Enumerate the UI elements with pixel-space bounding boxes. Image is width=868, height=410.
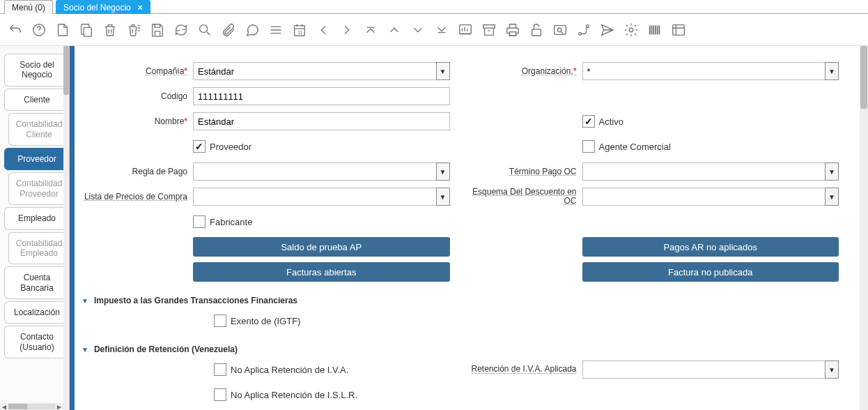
first-icon[interactable] <box>362 22 379 38</box>
twisty-icon[interactable]: ▼ <box>82 346 88 354</box>
label-organizacion: Organización.* <box>471 66 582 76</box>
checkbox-fabricante[interactable]: Fabricante <box>193 215 252 228</box>
report-icon[interactable] <box>457 22 474 38</box>
side-tab-socio[interactable]: Socio del Negocio <box>4 54 69 86</box>
field-organizacion[interactable]: ▼ <box>582 62 839 80</box>
workflow-icon[interactable] <box>575 22 592 38</box>
lock-icon[interactable] <box>528 22 545 38</box>
undo-icon[interactable] <box>7 22 24 38</box>
delete-lines-icon[interactable] <box>125 22 142 38</box>
side-scrollbar-v[interactable] <box>63 46 69 410</box>
search-icon[interactable] <box>196 22 213 38</box>
label-termino: Término Pago OC <box>471 167 582 176</box>
svg-rect-8 <box>532 29 541 36</box>
dropdown-icon[interactable]: ▼ <box>436 62 450 80</box>
side-tab-contacto[interactable]: Contacto (Usuario) <box>4 326 69 358</box>
prev-icon[interactable] <box>315 22 332 38</box>
twisty-icon[interactable]: ▼ <box>82 297 88 305</box>
svg-point-2 <box>200 24 208 32</box>
archive-icon[interactable] <box>481 22 497 38</box>
help-icon[interactable] <box>31 22 47 38</box>
label-lista: Lista de Precios de Compra <box>82 192 193 202</box>
print-icon[interactable] <box>504 22 521 38</box>
checkbox-exento-igtf[interactable]: Exento de (IGTF) <box>214 314 300 327</box>
checkbox-box[interactable] <box>214 314 226 327</box>
svg-rect-5 <box>460 24 472 33</box>
svg-rect-7 <box>509 31 516 36</box>
dropdown-icon[interactable]: ▼ <box>825 62 839 80</box>
side-tab-proveedor[interactable]: Proveedor <box>4 148 69 170</box>
checkbox-box[interactable] <box>193 215 206 228</box>
last-icon[interactable] <box>433 22 450 38</box>
dropdown-icon[interactable]: ▼ <box>825 188 839 206</box>
checkbox-label: No Aplica Retención de I.V.A. <box>231 365 348 375</box>
checkbox-box[interactable] <box>214 388 226 401</box>
tab-menu[interactable]: Menú (0) <box>4 0 53 14</box>
calendar-icon[interactable]: 31 <box>291 22 308 38</box>
checkbox-box[interactable] <box>582 115 595 128</box>
tab-socio-negocio[interactable]: Socio del Negocio × <box>56 0 150 14</box>
toggle-lines-icon[interactable] <box>268 22 284 38</box>
checkbox-label: Agente Comercial <box>599 142 671 152</box>
field-regla[interactable]: ▼ <box>193 162 450 181</box>
dropdown-icon[interactable]: ▼ <box>825 360 839 379</box>
close-icon[interactable]: × <box>138 3 143 13</box>
delete-icon[interactable] <box>102 22 118 38</box>
checkbox-box[interactable] <box>214 363 226 376</box>
side-tab-empleado[interactable]: Empleado <box>4 207 69 229</box>
svg-point-11 <box>579 32 582 35</box>
chat-icon[interactable] <box>244 22 261 38</box>
dropdown-icon[interactable]: ▼ <box>825 162 839 181</box>
button-factura-no-publicada[interactable]: Factura no publicada <box>582 262 839 282</box>
input-organizacion[interactable] <box>582 62 826 80</box>
field-lista[interactable]: ▼ <box>193 188 450 206</box>
barcode-icon[interactable] <box>646 22 663 38</box>
zoom-window-icon[interactable] <box>552 22 568 38</box>
field-ret-iva[interactable]: ▼ <box>582 360 839 379</box>
checkbox-proveedor[interactable]: Proveedor <box>193 140 251 153</box>
checkbox-no-islr[interactable]: No Aplica Retención de I.S.L.R. <box>214 388 357 401</box>
side-tab-cliente[interactable]: Cliente <box>4 89 69 111</box>
content-scrollbar[interactable] <box>860 46 868 410</box>
up-icon[interactable] <box>386 22 403 38</box>
down-icon[interactable] <box>410 22 426 38</box>
send-icon[interactable] <box>599 22 616 38</box>
side-tab-cont-cliente[interactable]: Contabilidad Cliente <box>8 113 69 146</box>
button-facturas-abiertas[interactable]: Facturas abiertas <box>193 262 450 282</box>
label-regla: Regla de Pago <box>82 167 193 176</box>
attachment-icon[interactable] <box>220 22 237 38</box>
dropdown-icon[interactable]: ▼ <box>436 162 450 181</box>
section-igtf[interactable]: ▼ Impuesto a las Grandes Transacciones F… <box>82 296 839 305</box>
side-tab-cuenta[interactable]: Cuenta Bancaria <box>4 266 69 299</box>
checkbox-box[interactable] <box>193 140 206 153</box>
section-retencion[interactable]: ▼ Definición de Retención (Venezuela) <box>82 344 839 354</box>
checkbox-agente[interactable]: Agente Comercial <box>582 140 671 153</box>
input-nombre[interactable] <box>193 112 450 130</box>
tab-active-label: Socio del Negocio <box>63 3 131 13</box>
checkbox-label: Exento de (IGTF) <box>231 316 300 326</box>
next-icon[interactable] <box>339 22 355 38</box>
checkbox-activo[interactable]: Activo <box>582 115 623 128</box>
input-compania[interactable] <box>193 62 436 80</box>
button-saldo-ap[interactable]: Saldo de prueba AP <box>193 237 450 257</box>
dropdown-icon[interactable]: ▼ <box>436 188 450 206</box>
section-label: Impuesto a las Grandes Transacciones Fin… <box>94 296 297 305</box>
svg-point-13 <box>629 28 633 32</box>
checkbox-no-iva[interactable]: No Aplica Retención de I.V.A. <box>214 363 348 376</box>
refresh-icon[interactable] <box>173 22 189 38</box>
preferences-icon[interactable] <box>623 22 640 38</box>
side-tab-cont-emp[interactable]: Contabilidad Empleado <box>8 232 69 265</box>
field-termino[interactable]: ▼ <box>582 162 839 181</box>
side-tab-cont-prov[interactable]: Contabilidad Proveedor <box>8 172 69 205</box>
field-esquema[interactable]: ▼ <box>582 188 839 206</box>
copy-doc-icon[interactable] <box>78 22 95 38</box>
new-doc-icon[interactable] <box>54 22 71 38</box>
side-scrollbar-h[interactable]: ◄► <box>0 403 63 410</box>
input-codigo[interactable] <box>193 87 450 105</box>
field-compania[interactable]: ▼ <box>193 62 450 80</box>
form-view-icon[interactable] <box>670 22 687 38</box>
side-tab-loc[interactable]: Localización <box>4 301 69 324</box>
checkbox-box[interactable] <box>582 140 595 153</box>
save-icon[interactable] <box>149 22 166 38</box>
button-pagos-ar[interactable]: Pagos AR no aplicados <box>582 237 839 257</box>
